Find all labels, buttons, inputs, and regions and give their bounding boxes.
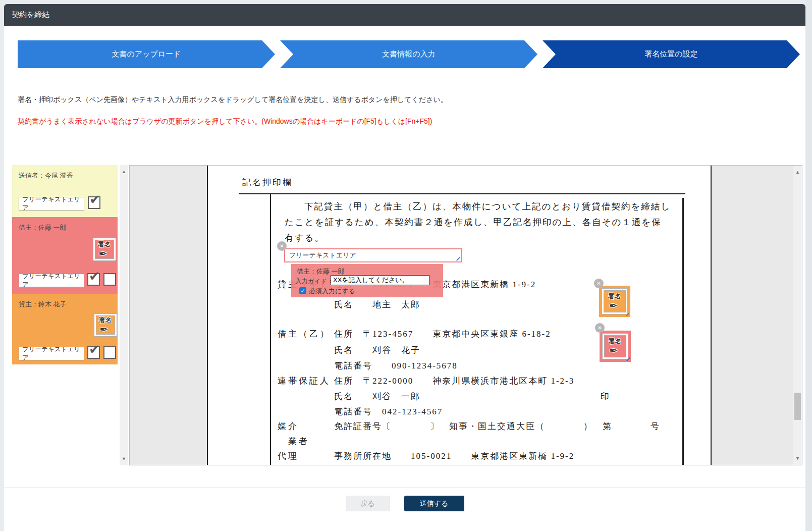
close-icon[interactable]: ✕ <box>277 241 287 251</box>
document-viewer: 記名押印欄 下記貸主（甲）と借主（乙）は、本物件について上記のとおり賃貸借契約を… <box>129 165 802 465</box>
pen-nib-icon: ✒ <box>98 249 107 258</box>
signer-name: 貸主：鈴木 花子 <box>19 300 67 309</box>
step-label: 署名位置の設定 <box>644 49 697 59</box>
submit-button[interactable]: 送信する <box>404 496 464 511</box>
doc-intro-line: たことを証するため、本契約書２通を作成し、甲乙記名押印の上、各自その１通を保 <box>285 215 682 230</box>
doc-seal-mark: 印 <box>601 391 610 402</box>
step-document-info: 文書情報の入力 <box>280 40 537 68</box>
scroll-up-icon[interactable]: ▲ <box>120 169 128 174</box>
step-upload-document: 文書のアップロード <box>18 40 275 68</box>
signer-name: 送信者：今尾 澄香 <box>19 171 73 180</box>
close-icon[interactable]: ✕ <box>595 323 605 333</box>
doc-row-label: 媒介 <box>278 420 299 432</box>
sidebar-scrollbar[interactable]: ▲ ▼ <box>120 165 128 465</box>
doc-row: 借主（乙） 住所 〒123-4567 東京都中央区東銀座 6-18-2 <box>208 328 711 340</box>
browser-scrollbar[interactable] <box>805 0 812 531</box>
main-card: 契約を締結 文書のアップロード 文書情報の入力 署名位置の設定 署名・押印ボック… <box>4 4 805 531</box>
pen-nib-icon: ✒ <box>609 301 618 310</box>
signature-stamp-draggable[interactable]: 署名 ✒ <box>93 238 116 260</box>
free-text-checkbox[interactable]: ✔ <box>87 273 100 286</box>
signer-panel-sender: 送信者：今尾 澄香 フリーテキストエリア ✔ <box>12 165 118 217</box>
signer-panel-landlord: 貸主：鈴木 花子 署名 ✒ フリーテキストエリア ✔ <box>12 294 118 364</box>
check-icon: ✔ <box>89 270 100 283</box>
footer-buttons: 戻る 送信する <box>4 496 805 511</box>
doc-row-label: 連帯保証人 <box>278 375 331 387</box>
doc-row: 貸主（甲） 住所 〒105-0021 東京都港区東新橋 1-9-2 <box>208 279 711 291</box>
table-border-top <box>239 193 685 194</box>
free-text-checkbox-2[interactable] <box>103 273 116 286</box>
required-checkbox-label: 必須入力にする <box>309 287 355 296</box>
resize-handle-icon[interactable] <box>454 255 460 260</box>
doc-row-text: 氏名 刈谷 一郎 <box>334 391 420 402</box>
free-text-checkbox-2[interactable] <box>103 346 116 359</box>
back-button[interactable]: 戻る <box>346 496 390 511</box>
viewer-scrollbar[interactable]: ▲ ▼ <box>793 166 802 465</box>
scroll-down-icon[interactable]: ▼ <box>793 456 802 461</box>
window-titlebar: 契約を締結 <box>4 4 805 26</box>
step-label: 文書のアップロード <box>112 49 181 59</box>
doc-section-heading: 記名押印欄 <box>242 177 293 188</box>
instruction-text: 署名・押印ボックス（ペン先画像）やテキスト入力用ボックスをドラッグして署名位置を… <box>18 95 448 104</box>
required-checkbox[interactable]: ✓ <box>299 287 306 294</box>
scrollbar-thumb[interactable] <box>794 393 801 420</box>
free-text-checkbox[interactable]: ✔ <box>88 196 100 209</box>
doc-row: 代理 事務所所在地 105-0021 東京都港区東新橋 1-9-2 <box>208 450 711 462</box>
contract-page: 記名押印欄 下記貸主（甲）と借主（乙）は、本物件について上記のとおり賃貸借契約を… <box>207 166 712 465</box>
pen-nib-icon: ✒ <box>99 325 109 334</box>
placed-free-text-area[interactable]: フリーテキストエリア <box>284 248 462 262</box>
free-text-settings-popup: 借主：佐藤 一郎 入力ガイド： ✓ 必須入力にする <box>291 264 443 297</box>
refresh-warning-text: 契約書がうまく表示されない場合はブラウザの更新ボタンを押して下さい。(Windo… <box>18 117 432 126</box>
check-icon: ✔ <box>89 193 100 206</box>
page-title: 契約を締結 <box>12 10 49 20</box>
scroll-up-icon[interactable]: ▲ <box>793 170 802 175</box>
signature-stamp-draggable[interactable]: 署名 ✒ <box>94 314 117 336</box>
doc-row-text: 住所 〒123-4567 東京都中央区東銀座 6-18-2 <box>334 328 551 340</box>
signer-panel-tenant: 借主：佐藤 一郎 署名 ✒ フリーテキストエリア ✔ <box>12 217 118 294</box>
free-text-area-chip[interactable]: フリーテキストエリア <box>19 197 84 210</box>
close-icon[interactable]: ✕ <box>594 279 604 288</box>
doc-row: 連帯保証人 住所 〒222-0000 神奈川県横浜市港北区本町 1-2-3 <box>208 375 711 387</box>
free-text-value: フリーテキストエリア <box>289 251 356 260</box>
step-label: 文書情報の入力 <box>382 49 435 59</box>
doc-row: 氏名 刈谷 一郎 印 <box>208 391 711 403</box>
placed-signature-stamp-tenant[interactable]: 署名 ✒ <box>600 331 631 362</box>
doc-row-label: 借主（乙） <box>278 328 331 340</box>
free-text-checkbox[interactable]: ✔ <box>87 346 100 359</box>
doc-intro-line: 有する。 <box>285 230 682 246</box>
check-icon: ✓ <box>300 288 305 294</box>
doc-row: 媒介 免許証番号〔 〕 知事・国土交通大臣（ ） 第 号 <box>208 420 711 433</box>
scroll-down-icon[interactable]: ▼ <box>120 456 128 461</box>
step-signature-position: 署名位置の設定 <box>543 40 800 68</box>
doc-row-text: 住所 〒222-0000 神奈川県横浜市港北区本町 1-2-3 <box>334 375 574 387</box>
signer-name: 借主：佐藤 一郎 <box>19 223 67 232</box>
check-icon: ✔ <box>89 343 100 356</box>
doc-row-text: 氏名 刈谷 花子 <box>334 344 420 356</box>
doc-intro-paragraph: 下記貸主（甲）と借主（乙）は、本物件について上記のとおり賃貸借契約を締結し たこ… <box>285 199 682 246</box>
pen-nib-icon: ✒ <box>609 346 618 355</box>
doc-row: 氏名 地主 太郎 <box>208 299 711 311</box>
free-text-area-chip[interactable]: フリーテキストエリア <box>19 274 84 287</box>
signers-sidebar: 送信者：今尾 澄香 フリーテキストエリア ✔ 借主：佐藤 一郎 署名 ✒ フリー… <box>12 165 118 364</box>
doc-row-text: 電話番号 042-123-4567 <box>334 406 443 417</box>
input-guide-label: 入力ガイド： <box>295 277 334 286</box>
free-text-area-chip[interactable]: フリーテキストエリア <box>19 347 84 360</box>
wizard-steps: 文書のアップロード 文書情報の入力 署名位置の設定 <box>18 40 800 68</box>
doc-row-text: 電話番号 090-1234-5678 <box>334 360 458 371</box>
doc-row: 業者 <box>208 436 711 448</box>
input-guide-field[interactable] <box>331 275 429 285</box>
doc-row: 電話番号 042-123-4567 <box>208 406 711 418</box>
doc-row: 電話番号 090-1234-5678 <box>208 360 711 372</box>
screen: 契約を締結 文書のアップロード 文書情報の入力 署名位置の設定 署名・押印ボック… <box>0 0 812 531</box>
doc-row-text: 免許証番号〔 〕 知事・国土交通大臣（ ） 第 号 <box>334 420 660 432</box>
doc-row-label: 業者 <box>278 436 309 447</box>
footer-divider <box>4 488 805 488</box>
doc-row-label: 代理 <box>278 450 299 462</box>
doc-row-text: 氏名 地主 太郎 <box>334 299 420 310</box>
doc-intro-line: 下記貸主（甲）と借主（乙）は、本物件について上記のとおり賃貸借契約を締結し <box>285 199 682 215</box>
doc-row: 氏名 刈谷 花子 <box>208 344 711 356</box>
placed-signature-stamp-landlord[interactable]: 署名 ✒ <box>599 286 630 317</box>
doc-row-text: 事務所所在地 105-0021 東京都港区東新橋 1-9-2 <box>334 450 574 462</box>
